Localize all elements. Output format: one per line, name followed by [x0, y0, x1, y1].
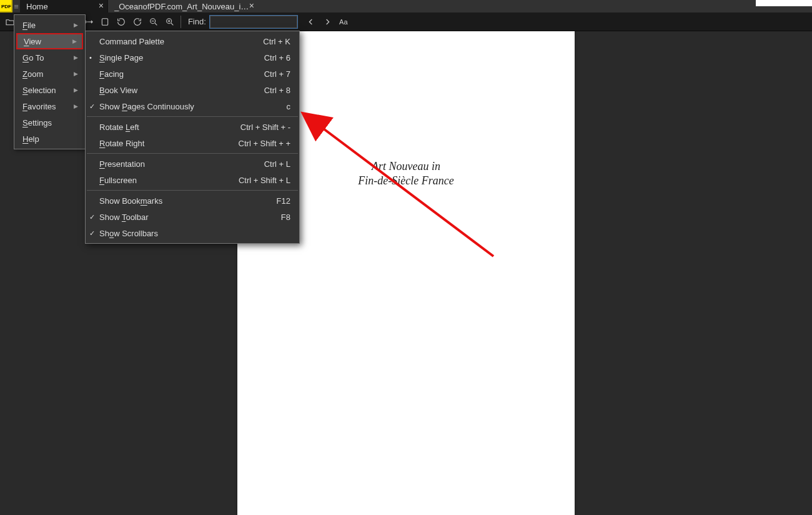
close-icon[interactable]: ×	[249, 1, 254, 10]
menu-separator	[87, 190, 298, 191]
chevron-right-icon: ▶	[72, 38, 77, 44]
menu-label: Go To	[22, 53, 44, 62]
submenu-rotate-left[interactable]: Rotate LeftCtrl + Shift + -	[86, 119, 299, 135]
submenu-label: Facing	[99, 69, 124, 79]
toolbar-divider	[181, 16, 181, 28]
submenu-facing[interactable]: FacingCtrl + 7	[86, 66, 299, 82]
menu-file[interactable]: File▶	[16, 17, 83, 33]
tabbar: PDF ≡ Home × _OceanofPDF.com_Art_Nouveau…	[0, 0, 812, 12]
shortcut-label: Ctrl + 6	[264, 53, 290, 62]
fit-page-icon[interactable]	[97, 14, 112, 29]
submenu-label: Rotate Right	[99, 139, 144, 148]
menu-go-to[interactable]: Go To▶	[16, 49, 83, 66]
find-input[interactable]	[210, 16, 297, 28]
tab-home-label: Home	[26, 2, 48, 11]
check-icon: ✓	[89, 229, 95, 238]
submenu-label: Show Bookmarks	[99, 196, 162, 206]
submenu-book-view[interactable]: Book ViewCtrl + 8	[86, 82, 299, 98]
close-icon[interactable]: ×	[99, 1, 104, 10]
find-prev-icon[interactable]	[304, 14, 319, 29]
zoom-out-icon[interactable]	[146, 14, 161, 29]
shortcut-label: F8	[281, 212, 290, 222]
submenu-label: Fullscreen	[99, 176, 137, 185]
submenu-label: Book View	[99, 86, 137, 95]
shortcut-label: F12	[277, 196, 290, 206]
check-icon: ✓	[89, 102, 95, 111]
shortcut-label: Ctrl + Shift + -	[240, 122, 290, 132]
menu-label: Settings	[22, 118, 52, 128]
submenu-rotate-right[interactable]: Rotate RightCtrl + Shift + +	[86, 135, 299, 151]
submenu-label: Single Page	[99, 53, 143, 62]
submenu-label: Presentation	[99, 159, 145, 169]
document-title-line1: Art Nouveau in	[372, 160, 440, 172]
shortcut-label: Ctrl + Shift + +	[239, 139, 290, 148]
submenu-show-bookmarks[interactable]: Show BookmarksF12	[86, 192, 299, 209]
menu-view[interactable]: View▶	[16, 33, 83, 49]
chevron-right-icon: ▶	[74, 22, 78, 28]
check-icon: ✓	[89, 213, 95, 221]
menu-label: Selection	[22, 86, 56, 95]
submenu-label: Command Palette	[99, 37, 164, 46]
bullet-icon: •	[89, 54, 92, 61]
chevron-right-icon: ▶	[74, 71, 78, 77]
match-case-icon[interactable]: Aa	[336, 14, 351, 29]
shortcut-label: Ctrl + L	[264, 159, 290, 169]
menu-settings[interactable]: Settings	[16, 114, 83, 131]
menu-favorites[interactable]: Favorites▶	[16, 98, 83, 114]
toolbar: / 444 Find: Aa	[0, 12, 812, 31]
view-submenu: Command PaletteCtrl + K•Single PageCtrl …	[85, 31, 300, 244]
menu-label: File	[22, 21, 36, 30]
chevron-right-icon: ▶	[74, 87, 78, 93]
tab-grip-icon[interactable]: ≡	[12, 0, 20, 12]
submenu-presentation[interactable]: PresentationCtrl + L	[86, 156, 299, 172]
submenu-label: Show Scrollbars	[99, 229, 158, 238]
submenu-single-page[interactable]: •Single PageCtrl + 6	[86, 49, 299, 66]
shortcut-label: Ctrl + 8	[264, 86, 290, 95]
submenu-label: Show Toolbar	[99, 212, 149, 222]
zoom-in-icon[interactable]	[162, 14, 177, 29]
submenu-show-pages-continuously[interactable]: ✓Show Pages Continuouslyc	[86, 98, 299, 114]
menu-zoom[interactable]: Zoom▶	[16, 66, 83, 82]
submenu-show-scrollbars[interactable]: ✓Show Scrollbars	[86, 225, 299, 241]
menu-label: Zoom	[22, 69, 43, 79]
menu-help[interactable]: Help	[16, 131, 83, 147]
rotate-right-icon[interactable]	[130, 14, 145, 29]
tab-document[interactable]: _OceanofPDF.com_Art_Nouveau_in_Fi… ×	[107, 0, 258, 12]
svg-rect-0	[102, 18, 107, 25]
menu-label: Help	[22, 134, 39, 144]
app-icon: PDF	[0, 0, 12, 12]
menu-separator	[87, 153, 298, 154]
menu-label: Favorites	[22, 102, 56, 111]
main-menu-dropdown: File▶View▶Go To▶Zoom▶Selection▶Favorites…	[14, 14, 86, 149]
window-controls-strip	[756, 0, 812, 6]
document-title-line2: Fin-de-Siècle France	[358, 174, 453, 187]
chevron-right-icon: ▶	[74, 54, 78, 61]
submenu-label: Rotate Left	[99, 122, 139, 132]
menu-label: View	[24, 37, 41, 46]
find-next-icon[interactable]	[320, 14, 335, 29]
find-label: Find:	[184, 17, 209, 26]
shortcut-label: Ctrl + Shift + L	[239, 176, 290, 185]
shortcut-label: Ctrl + 7	[264, 69, 290, 79]
submenu-label: Show Pages Continuously	[99, 102, 194, 111]
menu-separator	[87, 116, 298, 117]
shortcut-label: Ctrl + K	[263, 37, 290, 46]
tab-document-label: _OceanofPDF.com_Art_Nouveau_in_Fi…	[114, 2, 252, 11]
rotate-left-icon[interactable]	[114, 14, 129, 29]
menu-selection[interactable]: Selection▶	[16, 82, 83, 98]
submenu-show-toolbar[interactable]: ✓Show ToolbarF8	[86, 209, 299, 225]
submenu-fullscreen[interactable]: FullscreenCtrl + Shift + L	[86, 172, 299, 188]
shortcut-label: c	[287, 102, 291, 111]
chevron-right-icon: ▶	[74, 103, 78, 109]
submenu-command-palette[interactable]: Command PaletteCtrl + K	[86, 33, 299, 49]
tab-home[interactable]: Home ×	[20, 0, 107, 12]
